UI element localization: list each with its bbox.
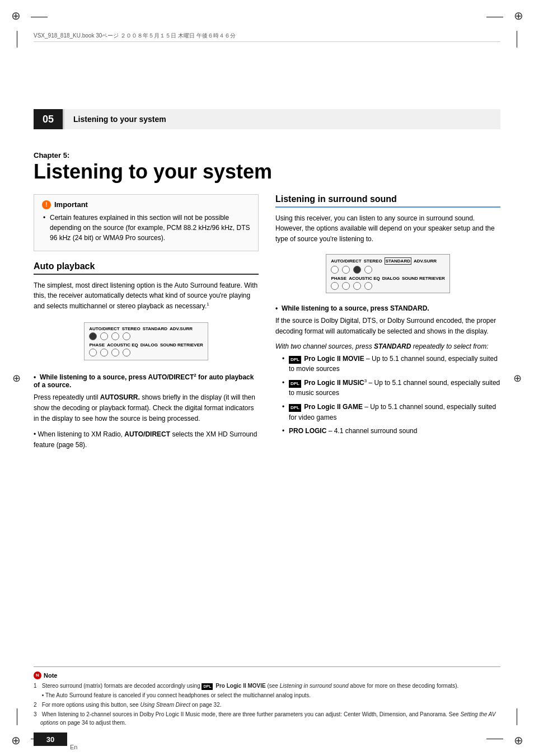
two-channel-intro: With two channel sources, press STANDARD… — [275, 342, 500, 350]
diagram-bottom-label-row: PHASE ACOUSTIC EQ DIALOG SOUND RETRIEVER — [89, 342, 203, 348]
right-btn-phase — [331, 282, 339, 290]
auto-press-detail: Press repeatedly until AUTOSURR. shows b… — [34, 392, 259, 424]
crop-mark — [517, 31, 517, 48]
xm-bullet: • When listening to XM Radio, AUTO/DIREC… — [34, 429, 259, 450]
btn-acoustic — [100, 349, 108, 356]
btn-standard — [111, 332, 119, 340]
dpl-logo-game: DPL — [289, 404, 301, 412]
chapter-header: 05 Listening to your system — [34, 109, 500, 129]
surround-intro: Using this receiver, you can listen to a… — [275, 213, 500, 245]
note-title: N Note — [34, 672, 500, 679]
crop-mark — [486, 739, 503, 739]
standard-detail: If the source is Dolby Digital, DTS, or … — [275, 316, 500, 336]
diagram-bottom-circle-row — [89, 349, 203, 356]
note-item-2: For more options using this button, see … — [34, 701, 500, 709]
crop-mark — [517, 708, 517, 725]
right-btn-stereo — [342, 266, 350, 274]
note-item-1: Stereo surround (matrix) formats are dec… — [34, 682, 500, 691]
reg-mark-mid-left: ⊕ — [12, 372, 21, 384]
reg-mark-tr: ⊕ — [507, 4, 530, 27]
note-dpl-logo: DPL — [202, 683, 213, 691]
notes-section: N Note Stereo surround (matrix) formats … — [34, 666, 500, 729]
note-item-auto: • The Auto Surround feature is canceled … — [34, 691, 500, 699]
btn-sound-ret — [123, 349, 130, 356]
note-item-3: When listening to 2-channel sources in D… — [34, 710, 500, 727]
important-title: ! Important — [42, 200, 250, 209]
surround-item-music: DPL Pro Logic II MUSIC3 – Up to 5.1 chan… — [275, 378, 500, 398]
right-btn-dialog — [353, 282, 361, 290]
right-column: Listening in surround sound Using this r… — [275, 194, 500, 456]
right-diagram-label-row: AUTO/DIRECT STEREO STANDARD ADV.SURR — [331, 257, 445, 265]
reg-mark-bl: ⊕ — [4, 729, 27, 752]
chapter-main-title: Listening to your system — [34, 161, 500, 183]
note-icon: N — [34, 672, 41, 679]
standard-instruction: • While listening to a source, press STA… — [275, 304, 500, 312]
two-column-layout: ! Important Certain features explained i… — [34, 194, 500, 456]
chapter-label: Chapter 5: — [34, 151, 500, 159]
right-diagram-bottom-labels: PHASE ACOUSTIC EQ DIALOG SOUND RETRIEVER — [331, 276, 445, 281]
top-info-bar: VSX_918_818_KU.book 30ページ ２００８年５月１５日 木曜日… — [34, 31, 500, 42]
important-box: ! Important Certain features explained i… — [34, 194, 259, 251]
left-diagram-wrap: AUTO/DIRECT STEREO STANDARD ADV.SURR PHA… — [34, 317, 259, 366]
surround-item-game: DPL Pro Logic II GAME – Up to 5.1 channe… — [275, 402, 500, 422]
btn-auto-direct — [89, 332, 97, 340]
btn-dialog — [111, 349, 119, 356]
main-content: Chapter 5: Listening to your system ! Im… — [34, 134, 500, 711]
btn-adv-surr — [123, 332, 130, 340]
btn-phase — [89, 349, 97, 356]
right-button-diagram: AUTO/DIRECT STEREO STANDARD ADV.SURR PHA… — [326, 254, 450, 293]
page-lang: En — [70, 744, 77, 750]
page-number: 30 — [34, 732, 67, 746]
right-btn-acoustic — [342, 282, 350, 290]
reg-mark-tl: ⊕ — [4, 4, 27, 27]
auto-playback-heading: Auto playback — [34, 261, 259, 275]
right-btn-auto — [331, 266, 339, 274]
surround-item-movie: DPL Pro Logic II MOVIE – Up to 5.1 chann… — [275, 354, 500, 374]
dpl-logo-movie: DPL — [289, 356, 301, 364]
note-texts: Stereo surround (matrix) formats are dec… — [34, 682, 500, 727]
crop-mark — [17, 31, 17, 48]
right-btn-sound — [364, 282, 372, 290]
top-info-text: VSX_918_818_KU.book 30ページ ２００８年５月１５日 木曜日… — [34, 32, 236, 40]
reg-mark-br: ⊕ — [507, 729, 530, 752]
chapter-title-bar: Listening to your system — [63, 109, 500, 129]
surround-item-prologic: PRO LOGIC – 4.1 channel surround sound — [275, 426, 500, 436]
important-label: Important — [54, 200, 88, 209]
reg-mark-mid-right: ⊕ — [513, 372, 522, 384]
diagram-circle-row — [89, 332, 203, 340]
right-diagram-wrap: AUTO/DIRECT STEREO STANDARD ADV.SURR PHA… — [275, 250, 500, 298]
crop-mark — [17, 708, 17, 725]
chapter-number: 05 — [34, 109, 63, 129]
left-button-diagram: AUTO/DIRECT STEREO STANDARD ADV.SURR PHA… — [84, 322, 208, 360]
left-column: ! Important Certain features explained i… — [34, 194, 259, 456]
right-diagram-bottom-circles — [331, 282, 445, 290]
warning-icon: ! — [42, 200, 51, 209]
crop-mark — [31, 17, 48, 17]
important-text: Certain features explained in this secti… — [42, 213, 250, 243]
auto-instruction: • While listening to a source, press AUT… — [34, 373, 259, 389]
right-btn-standard — [353, 266, 361, 274]
crop-mark — [486, 17, 503, 17]
auto-playback-body: The simplest, most direct listening opti… — [34, 280, 259, 312]
right-btn-adv — [364, 266, 372, 274]
surround-sound-heading: Listening in surround sound — [275, 194, 500, 208]
btn-stereo — [100, 332, 108, 340]
dpl-logo-music: DPL — [289, 380, 301, 388]
right-diagram-circle-row — [331, 266, 445, 274]
diagram-label-row: AUTO/DIRECT STEREO STANDARD ADV.SURR — [89, 326, 203, 331]
